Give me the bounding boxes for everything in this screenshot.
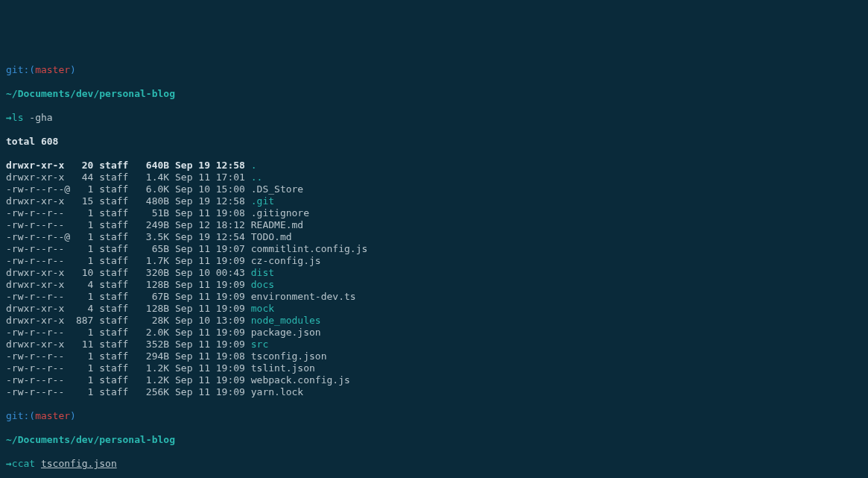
file-links: 10: [70, 267, 93, 278]
command-name: ls: [12, 112, 24, 123]
file-row: drwxr-xr-x 4 staff 128B Sep 11 19:09 doc…: [6, 279, 862, 291]
git-label: git:: [6, 410, 29, 421]
file-size: 6.0K: [134, 183, 169, 195]
file-perm: -rw-r--r--: [6, 362, 70, 374]
file-row: -rw-r--r-- 1 staff 51B Sep 11 19:08 .git…: [6, 207, 862, 219]
cwd-path: ~/Documents/dev/personal-blog: [6, 434, 862, 446]
file-perm: -rw-r--r--: [6, 243, 70, 254]
file-date: Sep 11 19:09: [169, 386, 251, 397]
file-links: 44: [70, 172, 93, 183]
file-name: cz-config.js: [251, 255, 321, 266]
file-size: 480B: [134, 195, 169, 207]
file-row: drwxr-xr-x 4 staff 128B Sep 11 19:09 moc…: [6, 303, 862, 315]
file-name: .git: [251, 195, 274, 207]
file-name: dist: [251, 267, 274, 278]
file-name: TODO.md: [251, 231, 292, 242]
file-perm: -rw-r--r--: [6, 255, 70, 266]
paren-close: ): [70, 64, 76, 75]
file-perm: -rw-r--r--: [6, 386, 70, 397]
file-row: -rw-r--r--@ 1 staff 3.5K Sep 19 12:54 TO…: [6, 231, 862, 243]
file-group: staff: [93, 386, 134, 397]
file-row: -rw-r--r-- 1 staff 1.7K Sep 11 19:09 cz-…: [6, 255, 862, 267]
file-row: -rw-r--r--@ 1 staff 6.0K Sep 10 15:00 .D…: [6, 183, 862, 195]
file-links: 887: [70, 315, 93, 326]
file-size: 28K: [134, 315, 169, 326]
terminal[interactable]: git:(master) ~/Documents/dev/personal-bl…: [6, 52, 862, 478]
file-date: Sep 11 19:09: [169, 374, 251, 386]
git-prompt: git:(master): [6, 410, 862, 422]
file-group: staff: [93, 362, 134, 374]
file-group: staff: [93, 183, 134, 195]
file-name: README.md: [251, 219, 303, 230]
file-perm: -rw-r--r--: [6, 327, 70, 338]
file-group: staff: [93, 374, 134, 386]
file-name: commitlint.config.js: [251, 243, 368, 254]
file-date: Sep 11 17:01: [169, 172, 251, 183]
file-date: Sep 11 19:09: [169, 362, 251, 374]
file-date: Sep 11 19:07: [169, 243, 251, 254]
file-date: Sep 19 12:58: [169, 195, 251, 207]
file-date: Sep 10 15:00: [169, 183, 251, 195]
file-row: drwxr-xr-x 15 staff 480B Sep 19 12:58 .g…: [6, 195, 862, 207]
file-links: 1: [70, 207, 93, 218]
file-links: 1: [70, 183, 93, 195]
file-group: staff: [93, 339, 134, 350]
file-perm: drwxr-xr-x: [6, 303, 70, 314]
file-size: 1.4K: [134, 172, 169, 183]
file-links: 1: [70, 374, 93, 386]
cwd-path: ~/Documents/dev/personal-blog: [6, 88, 862, 100]
file-perm: drwxr-xr-x: [6, 315, 70, 326]
file-links: 4: [70, 303, 93, 314]
file-perm: drwxr-xr-x: [6, 339, 70, 350]
file-name: .DS_Store: [251, 183, 303, 195]
file-size: 3.5K: [134, 231, 169, 242]
file-name: docs: [251, 279, 274, 290]
file-group: staff: [93, 219, 134, 230]
file-group: staff: [93, 195, 134, 207]
prompt-arrow-icon: →: [6, 112, 12, 123]
file-size: 640B: [134, 160, 169, 171]
file-group: staff: [93, 207, 134, 218]
file-date: Sep 19 12:58: [169, 160, 251, 171]
file-row: drwxr-xr-x 11 staff 352B Sep 11 19:09 sr…: [6, 339, 862, 350]
file-group: staff: [93, 315, 134, 326]
file-size: 320B: [134, 267, 169, 278]
file-date: Sep 12 18:12: [169, 219, 251, 230]
ls-total: total 608: [6, 136, 862, 148]
file-links: 1: [70, 291, 93, 302]
command-line-ls: →ls -gha: [6, 112, 862, 124]
file-name: webpack.config.js: [251, 374, 350, 386]
file-perm: -rw-r--r--: [6, 291, 70, 302]
file-date: Sep 19 12:54: [169, 231, 251, 242]
file-size: 128B: [134, 279, 169, 290]
paren-close: ): [70, 410, 76, 421]
file-name: src: [251, 339, 268, 350]
file-name: .: [251, 160, 257, 171]
command-arg-file: tsconfig.json: [41, 458, 117, 469]
file-size: 256K: [134, 386, 169, 397]
file-date: Sep 11 19:09: [169, 339, 251, 350]
file-name: yarn.lock: [251, 386, 303, 397]
file-date: Sep 10 00:43: [169, 267, 251, 278]
file-group: staff: [93, 267, 134, 278]
file-group: staff: [93, 350, 134, 362]
file-name: tslint.json: [251, 362, 315, 374]
file-size: 51B: [134, 207, 169, 218]
prompt-arrow-icon: →: [6, 458, 12, 469]
file-group: staff: [93, 172, 134, 183]
file-name: tsconfig.json: [251, 350, 327, 362]
file-group: staff: [93, 255, 134, 266]
file-date: Sep 11 19:09: [169, 279, 251, 290]
file-links: 1: [70, 231, 93, 242]
file-perm: drwxr-xr-x: [6, 160, 70, 171]
git-prompt: git:(master): [6, 64, 862, 76]
file-links: 1: [70, 386, 93, 397]
file-group: staff: [93, 160, 134, 171]
file-perm: drwxr-xr-x: [6, 172, 70, 183]
file-name: mock: [251, 303, 274, 314]
command-args: -gha: [23, 112, 52, 123]
file-row: -rw-r--r-- 1 staff 2.0K Sep 11 19:09 pac…: [6, 327, 862, 339]
file-listing: drwxr-xr-x 20 staff 640B Sep 19 12:58 .d…: [6, 160, 862, 398]
paren-open: (: [29, 64, 35, 75]
git-branch: master: [35, 64, 70, 75]
